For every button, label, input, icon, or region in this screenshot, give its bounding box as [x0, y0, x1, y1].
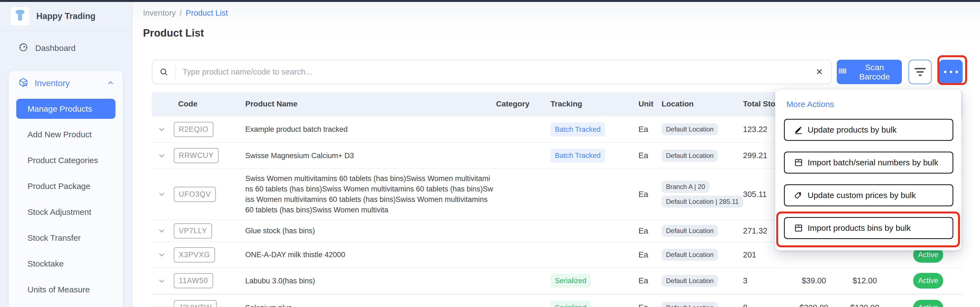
sidebar-item-label: Dashboard	[35, 43, 76, 53]
location-cell: Default Location	[662, 150, 743, 162]
cost-price-cell: $12.00	[836, 276, 894, 285]
pencil-icon	[794, 125, 803, 135]
sidebar-inventory-items: Manage ProductsAdd New ProductProduct Ca…	[9, 99, 123, 302]
column-header-unit: Unit	[638, 100, 662, 108]
sidebar-item-product-categories[interactable]: Product Categories	[9, 148, 123, 173]
column-header-code: Code	[172, 100, 245, 108]
more-actions-panel: More Actions Update products by bulkImpo…	[775, 90, 961, 250]
menu-item-label: Update products by bulk	[808, 125, 897, 135]
location-pill: Default Location	[662, 249, 718, 261]
search-icon	[152, 67, 175, 77]
menu-item-update-products-by-bulk[interactable]: Update products by bulk	[784, 119, 953, 141]
row-expand-chevron-icon[interactable]	[152, 190, 172, 198]
tracking-cell: Batch Tracked	[550, 122, 638, 137]
product-code-chip: R2EQIO	[174, 122, 213, 137]
search-box: ✕	[152, 60, 832, 84]
breadcrumb-inventory[interactable]: Inventory	[143, 8, 176, 17]
menu-item-label: Update custom prices by bulk	[808, 191, 916, 200]
sidebar-item-stock-transfer[interactable]: Stock Transfer	[9, 225, 123, 251]
row-expand-chevron-icon[interactable]	[152, 277, 172, 285]
status-cell: Active	[894, 273, 963, 289]
scan-barcode-button[interactable]: Scan Barcode	[837, 60, 902, 84]
product-name-cell: Labubu 3.0(has bins)	[245, 271, 496, 291]
column-header-tracking: Tracking	[550, 100, 638, 108]
sidebar-item-stocktake[interactable]: Stocktake	[9, 251, 123, 277]
product-code-cell: R2EQIO	[172, 122, 245, 137]
unit-cell: Ea	[638, 190, 662, 199]
more-actions-button[interactable]	[939, 60, 963, 84]
product-name-cell: Glue stock (has bins)	[245, 221, 496, 240]
product-code-cell: 11AW50	[172, 273, 245, 288]
tracking-cell: Serialized	[550, 274, 638, 288]
product-name-cell: Selenium plus	[245, 298, 496, 307]
main-content: Inventory / Product List Product List ✕	[132, 2, 980, 307]
menu-item-import-batch-serial-numbers-by-bulk[interactable]: Import batch/serial numbers by bulk	[784, 151, 953, 173]
product-code-chip: J3VWTW	[174, 300, 217, 307]
location-pill: Default Location	[662, 150, 718, 162]
menu-item-import-products-bins-by-bulk[interactable]: Import products bins by bulk	[784, 217, 953, 239]
unit-cell: Ea	[638, 303, 662, 307]
location-pill: Default Location	[662, 225, 718, 237]
column-header-category: Category	[496, 100, 550, 108]
column-header-location: Location	[662, 100, 743, 108]
product-name-cell: Swiss Women multivitamins 60 tablets (ha…	[245, 169, 496, 220]
unit-cell: Ea	[638, 226, 662, 235]
location-cell: Default Location	[662, 302, 743, 307]
search-input[interactable]	[176, 67, 808, 76]
app-logo	[11, 7, 29, 25]
row-expand-chevron-icon[interactable]	[152, 151, 172, 160]
window-top-strip	[0, 0, 980, 2]
filter-button[interactable]	[908, 60, 932, 84]
more-actions-title: More Actions	[786, 100, 961, 109]
row-expand-chevron-icon[interactable]	[152, 125, 172, 134]
menu-item-label: Import products bins by bulk	[808, 223, 911, 233]
toolbar: ✕ Scan Barcode	[152, 60, 963, 84]
column-header-product-name: Product Name	[245, 100, 496, 108]
product-code-cell: VP7LLY	[172, 223, 245, 239]
filter-icon	[915, 68, 926, 69]
row-expand-chevron-icon[interactable]	[152, 251, 172, 259]
sidebar-section-label: Inventory	[35, 78, 101, 88]
table-row-11aw50: 11AW50Labubu 3.0(has bins)SerializedEaDe…	[152, 267, 963, 294]
location-pill: Default Location	[662, 275, 718, 287]
breadcrumb-product-list[interactable]: Product List	[186, 8, 228, 17]
ellipsis-icon	[944, 71, 947, 73]
sidebar-item-units-of-measure[interactable]: Units of Measure	[9, 277, 123, 302]
search-clear-icon[interactable]: ✕	[808, 67, 831, 77]
tracking-cell: Serialized	[550, 301, 638, 307]
sidebar-item-add-new-product[interactable]: Add New Product	[9, 122, 123, 148]
unit-cell: Ea	[638, 151, 662, 160]
sidebar-section-inventory[interactable]: Inventory	[9, 78, 123, 89]
tracking-badge: Batch Tracked	[550, 148, 605, 162]
product-code-cell: J3VWTW	[172, 300, 245, 307]
sidebar-item-dashboard[interactable]: Dashboard	[0, 40, 132, 57]
sidebar-item-product-package[interactable]: Product Package	[9, 173, 123, 199]
product-code-cell: UFO3QV	[172, 187, 245, 202]
tracking-cell: Batch Tracked	[550, 148, 638, 162]
row-expand-chevron-icon[interactable]	[152, 304, 172, 307]
tracking-badge: Serialized	[550, 274, 591, 288]
status-badge: Active	[913, 273, 943, 289]
product-code-chip: VP7LLY	[174, 223, 212, 239]
sidebar: Happy Trading Dashboard Inventory	[0, 2, 132, 307]
sidebar-item-manage-products[interactable]: Manage Products	[16, 99, 116, 119]
sidebar-item-stock-adjustment[interactable]: Stock Adjustment	[9, 199, 123, 225]
location-pill: Default Location	[662, 302, 718, 307]
product-name-cell: Example product batch tracked	[245, 120, 496, 139]
barcode-icon	[838, 67, 846, 77]
total-stock-cell: 201	[743, 250, 792, 259]
app-logo-row: Happy Trading	[0, 2, 132, 31]
more-actions-items: Update products by bulkImport batch/seri…	[775, 119, 961, 239]
product-code-cell: RRWCUY	[172, 148, 245, 163]
location-cell: Default Location	[662, 225, 743, 237]
product-code-chip: X3PVXG	[174, 247, 215, 262]
total-stock-cell: 3	[743, 276, 792, 285]
archive-box-icon	[794, 223, 803, 233]
location-cell: Default Location	[662, 275, 743, 287]
row-expand-chevron-icon[interactable]	[152, 227, 172, 235]
menu-item-update-custom-prices-by-bulk[interactable]: Update custom prices by bulk	[784, 184, 953, 206]
page-title: Product List	[143, 27, 204, 39]
product-name-cell: ONE-A-DAY milk thistle 42000	[245, 245, 496, 264]
breadcrumb: Inventory / Product List	[143, 8, 228, 17]
location-cell: Branch A | 20Default Location | 285.11	[662, 181, 743, 208]
